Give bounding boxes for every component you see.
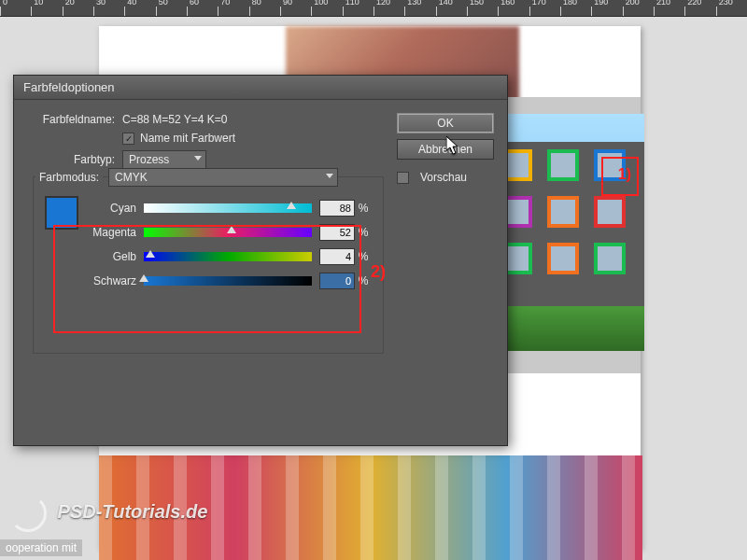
dialog-title: Farbfeldoptionen [23,80,115,94]
annotation-box-2 [53,225,361,333]
ok-button[interactable]: OK [397,113,494,133]
percent-label: % [355,202,372,215]
chevron-down-icon [194,156,202,161]
cyan-slider[interactable] [144,203,312,213]
color-mode-label: Farbmodus: [35,171,103,184]
horizontal-ruler: 0102030405060708090100110120130140150160… [0,0,747,17]
watermark: PSD-Tutorials.de [9,495,207,532]
cyan-label: Cyan [90,202,144,215]
field-name-value: C=88 M=52 Y=4 K=0 [122,113,228,126]
color-type-value: Prozess [129,153,169,166]
preview-checkbox[interactable] [397,172,409,184]
swatch-options-dialog: Farbfeldoptionen Farbfeldname: C=88 M=52… [13,75,508,446]
watermark-text: PSD-Tutorials.de [58,501,208,522]
dialog-titlebar[interactable]: Farbfeldoptionen [14,76,507,100]
name-with-value-label: Name mit Farbwert [140,132,235,145]
color-type-label: Farbtyp: [33,153,122,166]
field-name-label: Farbfeldname: [33,113,122,126]
mouse-cursor-icon [446,136,459,155]
name-with-value-checkbox[interactable] [122,133,134,145]
color-mode-select[interactable]: CMYK [108,168,338,187]
cyan-input[interactable]: 88 [319,200,355,217]
color-type-select[interactable]: Prozess [122,150,206,169]
cancel-button[interactable]: Abbrechen [397,139,494,160]
annotation-label-1: 1) [618,166,631,183]
preview-label: Vorschau [420,171,467,184]
annotation-label-2: 2) [371,262,386,282]
chevron-down-icon [326,174,333,178]
color-mode-value: CMYK [115,171,148,184]
watermark-swirl-icon [9,495,47,532]
watermark-coop: ooperation mit [0,539,82,556]
